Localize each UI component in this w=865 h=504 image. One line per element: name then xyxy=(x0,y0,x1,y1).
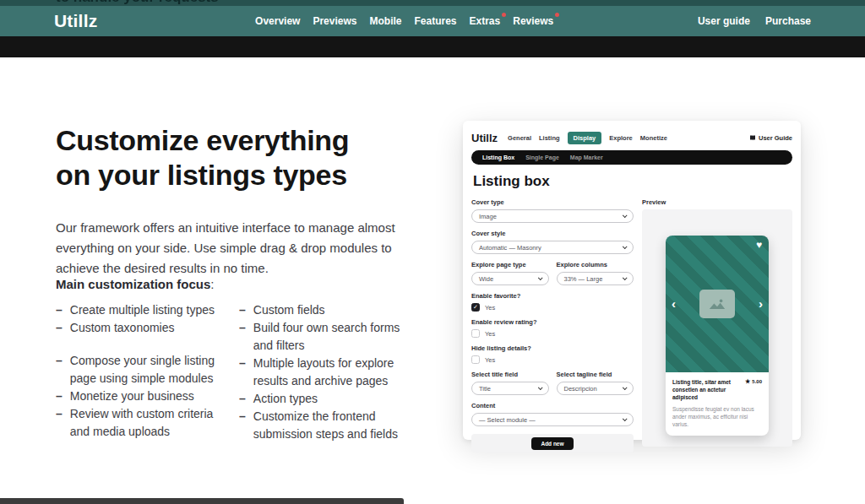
subtab-listing-box[interactable]: Listing Box xyxy=(482,154,514,160)
chevron-right-icon[interactable]: › xyxy=(759,296,763,311)
main-nav: Overview Previews Mobile Features Extras… xyxy=(255,15,553,27)
chevron-down-icon xyxy=(623,416,628,421)
module-footer: Add new xyxy=(471,434,634,453)
add-new-button[interactable]: Add new xyxy=(531,437,573,450)
field-select-title: Select title field Title xyxy=(471,364,549,395)
listing-title: Listing title, sitar amet consetlen an a… xyxy=(672,378,733,401)
nav-item-mobile[interactable]: Mobile xyxy=(369,15,401,27)
field-select-tagline: Select tagline field Descripcion xyxy=(557,364,634,395)
list-item: –Review with custom criteria and media u… xyxy=(56,405,239,441)
chevron-down-icon xyxy=(623,244,628,249)
field-hide-listing-details: Hide listing details? Yes xyxy=(471,344,634,364)
list-item: –Create multiple listing types xyxy=(56,301,239,319)
image-placeholder-icon xyxy=(699,290,735,318)
review-rating-checkbox[interactable] xyxy=(471,329,480,338)
heart-icon[interactable]: ♥ xyxy=(756,240,762,250)
nav-item-previews[interactable]: Previews xyxy=(313,15,356,27)
chevron-down-icon xyxy=(623,275,628,280)
listing-card-preview: ♥ ‹ › xyxy=(666,236,769,436)
admin-tab-listing[interactable]: Listing xyxy=(539,134,560,142)
book-icon xyxy=(749,134,756,141)
background-bleed-strip: to handle your requests Customers xyxy=(0,0,865,6)
field-enable-review-rating: Enable review rating? Yes xyxy=(471,318,634,338)
section-paragraph: Our framework offers an intuitive interf… xyxy=(56,218,404,279)
subtab-map-marker[interactable]: Map Marker xyxy=(570,154,603,160)
list-item: –Custom fields xyxy=(239,301,414,319)
preview-column: Preview ♥ ‹ › xyxy=(642,192,792,453)
bleed-heading-fragment: to handle your requests xyxy=(56,0,219,6)
listing-description: Suspendisse feugiat ev non lacus ander m… xyxy=(672,405,762,428)
secondary-nav: User guide Purchase xyxy=(698,15,811,27)
notification-dot xyxy=(555,13,559,17)
field-cover-style: Cover style Automatic — Masonry xyxy=(471,230,634,254)
focus-label: Main customization focus: xyxy=(56,277,215,291)
field-explore-columns: Explore columns 33% — Large xyxy=(557,254,634,285)
field-enable-favorite: Enable favorite? ✓ Yes xyxy=(471,292,634,312)
cover-style-select[interactable]: Automatic — Masonry xyxy=(471,241,634,254)
field-cover-type: Cover type Image xyxy=(471,198,634,223)
subtab-single-page[interactable]: Single Page xyxy=(525,154,559,160)
nav-item-overview[interactable]: Overview xyxy=(255,15,300,27)
list-item: –Action types xyxy=(239,390,414,408)
field-explore-page-type: Explore page type Wide xyxy=(471,254,549,285)
chevron-left-icon[interactable]: ‹ xyxy=(672,296,676,311)
admin-body: Cover type Image Cover style Automatic —… xyxy=(471,192,792,453)
favorite-checkbox[interactable]: ✓ xyxy=(471,303,480,312)
dark-divider-band xyxy=(0,36,865,57)
list-item: –Build four own search forms and filters xyxy=(239,319,414,355)
admin-subtab-bar: Listing Box Single Page Map Marker xyxy=(471,150,792,165)
page: to handle your requests Customers Utillz… xyxy=(0,0,865,504)
chevron-down-icon xyxy=(537,275,542,280)
chevron-down-icon xyxy=(623,385,628,390)
preview-panel: ♥ ‹ › xyxy=(642,209,792,447)
notification-dot xyxy=(502,13,506,17)
list-item: –Compose your single listing page using … xyxy=(56,352,239,387)
user-guide-link[interactable]: User Guide xyxy=(749,134,792,142)
admin-tab-display[interactable]: Display xyxy=(568,132,602,144)
star-icon: ★ xyxy=(745,378,750,384)
tagline-field-select[interactable]: Descripcion xyxy=(557,382,634,395)
nav-item-purchase[interactable]: Purchase xyxy=(765,15,811,27)
list-item: –Customize the frontend submission steps… xyxy=(239,408,414,443)
field-row: Explore page type Wide Explore columns 3… xyxy=(471,254,634,285)
admin-tab-explore[interactable]: Explore xyxy=(609,134,633,142)
nav-item-extras[interactable]: Extras xyxy=(470,15,501,27)
site-logo[interactable]: Utillz xyxy=(54,11,97,31)
nav-item-features[interactable]: Features xyxy=(414,15,456,27)
settings-form: Cover type Image Cover style Automatic —… xyxy=(471,192,634,453)
list-item: –Custom taxonomies xyxy=(56,319,239,337)
listing-cover: ♥ ‹ › xyxy=(666,236,769,372)
next-section-edge xyxy=(0,498,404,504)
list-left: –Create multiple listing types –Custom t… xyxy=(56,301,239,443)
listing-rating: ★ 5.00 xyxy=(745,378,762,384)
nav-item-user-guide[interactable]: User guide xyxy=(698,15,750,27)
explore-columns-select[interactable]: 33% — Large xyxy=(557,272,634,285)
customization-lists: –Create multiple listing types –Custom t… xyxy=(56,301,414,443)
admin-header: Utillz General Listing Display Explore M… xyxy=(471,129,792,146)
title-field-select[interactable]: Title xyxy=(471,382,549,395)
content-module-select[interactable]: — Select module — xyxy=(471,413,634,426)
hide-details-checkbox[interactable] xyxy=(471,355,480,364)
explore-page-type-select[interactable]: Wide xyxy=(471,272,549,285)
admin-screenshot-card: Utillz General Listing Display Explore M… xyxy=(463,121,801,440)
section-title: Customize everything on your listings ty… xyxy=(56,123,349,192)
admin-logo[interactable]: Utillz xyxy=(471,132,498,144)
top-navigation-bar: Utillz Overview Previews Mobile Features… xyxy=(0,6,865,36)
admin-page-title: Listing box xyxy=(473,173,791,190)
list-right: –Custom fields –Build four own search fo… xyxy=(239,301,414,443)
listing-card-info: Listing title, sitar amet consetlen an a… xyxy=(666,372,769,436)
chevron-down-icon xyxy=(623,213,628,218)
list-item: –Monetize your business xyxy=(56,387,239,405)
chevron-down-icon xyxy=(537,385,542,390)
admin-tab-monetize[interactable]: Monetize xyxy=(640,134,667,142)
cover-type-select[interactable]: Image xyxy=(471,209,634,223)
admin-tab-general[interactable]: General xyxy=(508,134,531,142)
nav-item-reviews[interactable]: Reviews xyxy=(513,15,553,27)
field-row: Select title field Title Select tagline … xyxy=(471,364,634,395)
field-content: Content — Select module — xyxy=(471,402,634,426)
list-item: –Multiple layouts for explore results an… xyxy=(239,355,414,390)
admin-tabs: General Listing Display Explore Monetize xyxy=(508,132,667,144)
